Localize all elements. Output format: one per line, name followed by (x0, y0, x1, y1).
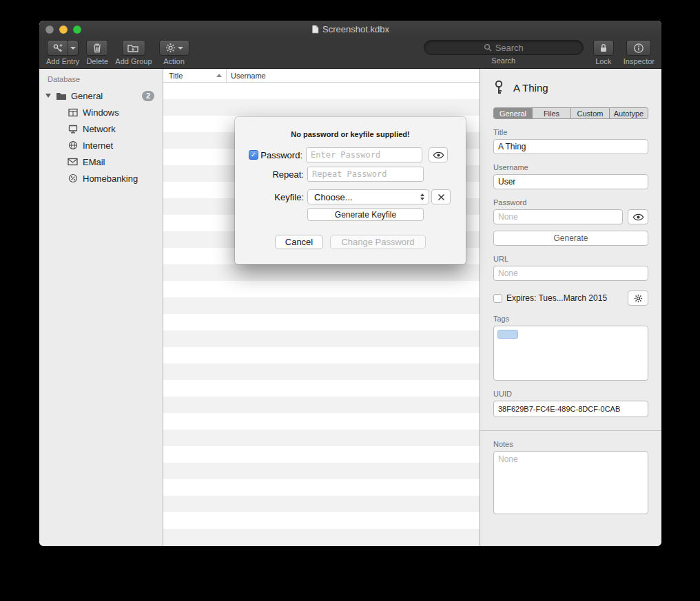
add-group-button[interactable] (122, 40, 145, 56)
sidebar: Database General 2 Windows Network (39, 69, 163, 546)
popup-chevrons-icon (420, 193, 424, 200)
sidebar-item-network[interactable]: Network (39, 120, 163, 137)
gear-icon (165, 43, 176, 53)
toolbar: Add Entry Delete Add Group Action (39, 39, 661, 69)
sidebar-section-header: Database (39, 73, 163, 87)
generate-password-button[interactable]: Generate (493, 231, 648, 246)
password-field[interactable] (493, 209, 623, 224)
url-field-label: URL (493, 255, 648, 263)
inspector-tool: Inspector (624, 40, 655, 65)
expires-settings-button[interactable] (628, 291, 648, 306)
username-field[interactable] (493, 174, 648, 189)
search-input[interactable]: Search (424, 40, 584, 55)
tab-files[interactable]: Files (533, 108, 571, 118)
add-entry-button[interactable] (48, 41, 68, 55)
title-field-label: Title (493, 128, 648, 136)
dialog-message: No password or keyfile supplied! (235, 117, 466, 138)
check-icon: ✓ (251, 151, 256, 158)
dialog-buttons: Cancel Change Password (235, 235, 466, 249)
password-label: Password: (258, 150, 302, 160)
sidebar-item-email[interactable]: EMail (39, 154, 163, 170)
disclosure-triangle[interactable] (45, 94, 51, 98)
tab-custom[interactable]: Custom (571, 108, 610, 118)
envelope-icon (67, 158, 79, 166)
inspector-button[interactable] (626, 40, 651, 56)
add-group-label: Add Group (115, 58, 152, 65)
close-icon (438, 193, 445, 201)
folder-icon (55, 92, 67, 101)
key-icon (493, 80, 507, 95)
column-header-title[interactable]: Title (163, 69, 227, 82)
keyfile-popup[interactable]: Choose... (307, 189, 429, 204)
tab-autotype[interactable]: Autotype (610, 108, 648, 118)
repeat-label: Repeat: (260, 169, 304, 180)
repeat-row: Repeat: (249, 167, 452, 182)
password-input[interactable] (306, 147, 422, 162)
network-icon (67, 125, 79, 134)
keyfile-popup-value: Choose... (314, 192, 353, 202)
info-icon (633, 43, 644, 54)
reveal-password-button[interactable] (628, 209, 648, 224)
inspector-label: Inspector (624, 58, 655, 65)
clear-keyfile-button[interactable] (431, 189, 451, 204)
entry-title: A Thing (513, 82, 548, 94)
repeat-password-input[interactable] (307, 167, 424, 182)
window-title-text: Screenshot.kdbx (322, 24, 389, 34)
action-tool: Action (159, 40, 189, 65)
expires-label: Expires: Tues...March 2015 (506, 293, 628, 303)
eye-icon (632, 213, 644, 221)
sidebar-group-label: General (71, 91, 142, 101)
column-header-username[interactable]: Username (227, 69, 266, 82)
change-password-dialog: No password or keyfile supplied! ✓ Passw… (235, 117, 466, 264)
tab-general[interactable]: General (494, 108, 533, 118)
chevron-down-icon (70, 47, 76, 50)
key-plus-icon (52, 43, 63, 54)
sidebar-item-windows[interactable]: Windows (39, 104, 163, 120)
sidebar-item-label: Homebanking (83, 173, 163, 184)
windows-icon (67, 108, 79, 117)
delete-button[interactable] (86, 40, 108, 56)
search-tool: Search Search (424, 40, 584, 65)
entry-count-badge: 2 (142, 91, 154, 101)
title-field[interactable] (493, 139, 648, 154)
search-placeholder: Search (495, 43, 524, 53)
tags-label: Tags (493, 315, 648, 323)
sidebar-item-label: Network (83, 124, 163, 134)
add-entry-dropdown[interactable] (68, 41, 78, 55)
cancel-button[interactable]: Cancel (275, 235, 323, 249)
sidebar-item-internet[interactable]: Internet (39, 137, 163, 154)
expires-checkbox[interactable] (493, 294, 502, 303)
tag-chip[interactable] (497, 330, 518, 339)
url-field[interactable] (493, 266, 648, 281)
sidebar-group-general[interactable]: General 2 (39, 87, 163, 104)
search-icon (484, 43, 492, 52)
password-row (493, 209, 648, 224)
add-group-tool: Add Group (115, 40, 152, 65)
password-checkbox[interactable]: ✓ (249, 150, 258, 160)
reveal-password-button[interactable] (429, 147, 448, 162)
lock-button[interactable] (593, 40, 614, 56)
document-icon (311, 25, 319, 34)
add-entry-tool: Add Entry (46, 40, 79, 65)
content-area: Database General 2 Windows Network (39, 69, 661, 546)
password-row: ✓ Password: (249, 147, 452, 162)
action-button[interactable] (159, 40, 189, 56)
lock-label: Lock (595, 58, 611, 65)
notes-label: Notes (493, 440, 648, 448)
notes-field[interactable]: None (493, 451, 648, 514)
change-password-button[interactable]: Change Password (330, 235, 426, 249)
uuid-label: UUID (493, 390, 648, 398)
sidebar-item-label: EMail (83, 157, 163, 167)
folder-plus-icon (127, 43, 139, 53)
action-label: Action (163, 58, 185, 65)
entry-header: A Thing (493, 78, 648, 97)
generate-keyfile-button[interactable]: Generate Keyfile (307, 208, 424, 221)
chevron-down-icon (178, 47, 183, 50)
keyfile-label: Keyfile: (260, 192, 304, 202)
titlebar[interactable]: Screenshot.kdbx (39, 21, 661, 39)
uuid-field[interactable] (493, 401, 648, 417)
sidebar-item-homebanking[interactable]: Homebanking (39, 170, 163, 187)
coin-percent-icon (67, 173, 79, 183)
tags-field[interactable] (493, 326, 648, 381)
globe-icon (67, 140, 79, 150)
